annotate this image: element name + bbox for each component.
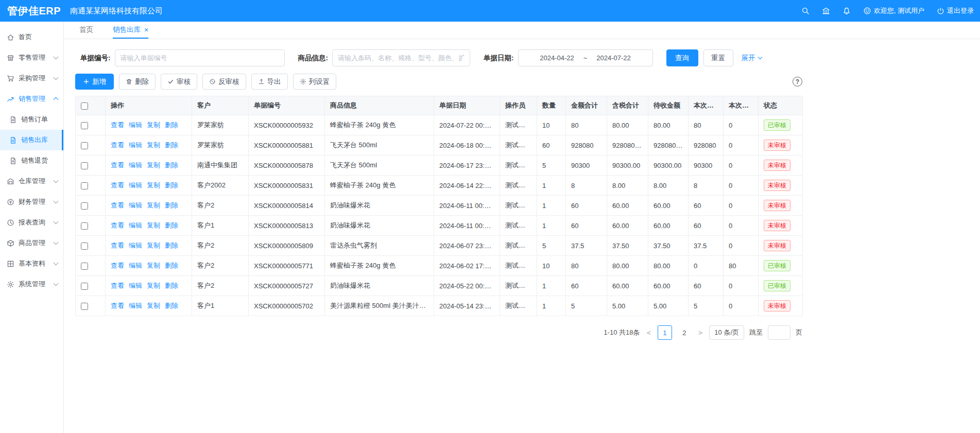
home-nav-icon[interactable]: [822, 7, 830, 15]
unaudit-button[interactable]: 反审核: [202, 74, 246, 90]
reset-button[interactable]: 重置: [703, 49, 733, 66]
row-action-编辑[interactable]: 编辑: [129, 241, 142, 249]
row-action-编辑[interactable]: 编辑: [129, 181, 142, 189]
search-button[interactable]: 查询: [666, 49, 698, 66]
row-action-查看[interactable]: 查看: [111, 161, 124, 169]
amount-cell: 80: [566, 256, 607, 276]
row-action-删除[interactable]: 删除: [165, 282, 178, 289]
welcome-user[interactable]: 欢迎您, 测试用户: [863, 6, 924, 15]
search-icon[interactable]: [801, 7, 810, 15]
export-button[interactable]: 导出: [251, 74, 288, 90]
next-page-icon[interactable]: >: [697, 328, 704, 337]
row-action-查看[interactable]: 查看: [111, 241, 124, 249]
row-action-编辑[interactable]: 编辑: [129, 262, 142, 269]
sidebar-subitem-销售出库[interactable]: 销售出库: [0, 130, 63, 150]
row-action-删除[interactable]: 删除: [165, 141, 178, 149]
row-action-编辑[interactable]: 编辑: [129, 221, 142, 229]
tab-home[interactable]: 首页: [79, 22, 93, 39]
add-button[interactable]: 新增: [75, 74, 114, 90]
row-action-复制[interactable]: 复制: [147, 201, 160, 209]
row-action-复制[interactable]: 复制: [147, 262, 160, 269]
row-action-删除[interactable]: 删除: [165, 181, 178, 189]
date-end[interactable]: 2024-07-22: [596, 54, 631, 62]
logout-button[interactable]: 退出登录: [937, 6, 974, 15]
sidebar-item-仓库管理[interactable]: 仓库管理: [0, 171, 63, 192]
sidebar-item-财务管理[interactable]: 财务管理: [0, 192, 63, 212]
row-checkbox[interactable]: [81, 122, 88, 129]
row-action-复制[interactable]: 复制: [147, 221, 160, 229]
date-start[interactable]: 2024-04-22: [540, 54, 574, 62]
sidebar-item-首页[interactable]: 首页: [0, 27, 63, 47]
date-range-picker[interactable]: 2024-04-22 ~ 2024-07-22: [518, 49, 653, 66]
row-action-删除[interactable]: 删除: [165, 241, 178, 249]
page-button-2[interactable]: 2: [677, 325, 692, 340]
product-info-input[interactable]: [332, 49, 470, 66]
expand-link[interactable]: 展开: [742, 54, 762, 63]
close-icon[interactable]: ×: [144, 26, 148, 33]
select-all-checkbox[interactable]: [81, 102, 88, 110]
sidebar-item-销售管理[interactable]: 销售管理: [0, 89, 63, 109]
audit-button[interactable]: 审核: [161, 74, 197, 90]
row-action-复制[interactable]: 复制: [147, 141, 160, 149]
receivable-cell: 90300.00: [648, 155, 689, 176]
row-action-复制[interactable]: 复制: [147, 121, 160, 129]
doc-no-input[interactable]: [115, 49, 285, 66]
row-action-删除[interactable]: 删除: [165, 161, 178, 169]
row-action-复制[interactable]: 复制: [147, 282, 160, 289]
row-action-删除[interactable]: 删除: [165, 302, 178, 309]
column-settings-button[interactable]: 列设置: [293, 74, 337, 90]
help-icon[interactable]: ?: [793, 77, 802, 86]
row-action-删除[interactable]: 删除: [165, 121, 178, 129]
row-checkbox[interactable]: [81, 142, 88, 149]
export-label: 导出: [267, 77, 281, 86]
row-action-查看[interactable]: 查看: [111, 181, 124, 189]
sidebar-item-基本资料[interactable]: 基本资料: [0, 253, 63, 274]
sidebar-item-商品管理[interactable]: 商品管理: [0, 233, 63, 253]
data-table: 操作客户单据编号商品信息单据日期操作员数量金额合计含税合计待收金额本次收款本次欠…: [75, 96, 803, 316]
row-action-复制[interactable]: 复制: [147, 181, 160, 189]
sidebar-item-系统管理[interactable]: 系统管理: [0, 274, 63, 295]
row-checkbox[interactable]: [81, 283, 88, 290]
row-action-复制[interactable]: 复制: [147, 241, 160, 249]
sidebar-item-报表查询[interactable]: 报表查询: [0, 212, 63, 233]
sidebar-item-零售管理[interactable]: 零售管理: [0, 47, 63, 68]
row-action-查看[interactable]: 查看: [111, 282, 124, 289]
row-action-删除[interactable]: 删除: [165, 201, 178, 209]
row-checkbox[interactable]: [81, 182, 88, 189]
row-action-查看[interactable]: 查看: [111, 141, 124, 149]
row-action-编辑[interactable]: 编辑: [129, 121, 142, 129]
amount-cell: 928080: [566, 135, 607, 155]
row-action-编辑[interactable]: 编辑: [129, 161, 142, 169]
row-action-查看[interactable]: 查看: [111, 201, 124, 209]
row-checkbox[interactable]: [81, 303, 88, 310]
notification-bell-icon[interactable]: [843, 7, 851, 15]
sidebar-subitem-销售退货[interactable]: 销售退货: [0, 150, 63, 171]
row-action-编辑[interactable]: 编辑: [129, 141, 142, 149]
row-action-查看[interactable]: 查看: [111, 262, 124, 269]
jump-page-input[interactable]: [768, 325, 790, 340]
row-checkbox[interactable]: [81, 222, 88, 230]
page-button-1[interactable]: 1: [658, 325, 672, 340]
main-area: 首页 销售出库 × 单据编号: 商品信息: 单据日期: 2024-04-22: [64, 22, 980, 433]
row-action-删除[interactable]: 删除: [165, 262, 178, 269]
delete-button[interactable]: 删除: [119, 74, 156, 90]
qty-cell: 10: [537, 115, 566, 135]
row-action-复制[interactable]: 复制: [147, 302, 160, 309]
page-size-select[interactable]: 10 条/页: [709, 325, 744, 340]
row-checkbox[interactable]: [81, 243, 88, 250]
row-action-编辑[interactable]: 编辑: [129, 201, 142, 209]
row-action-复制[interactable]: 复制: [147, 161, 160, 169]
sidebar-subitem-销售订单[interactable]: 销售订单: [0, 109, 63, 130]
prev-page-icon[interactable]: <: [645, 328, 652, 337]
row-checkbox[interactable]: [81, 263, 88, 270]
tab-sales-outbound[interactable]: 销售出库 ×: [113, 22, 148, 39]
row-action-查看[interactable]: 查看: [111, 221, 124, 229]
row-action-编辑[interactable]: 编辑: [129, 302, 142, 309]
row-checkbox[interactable]: [81, 202, 88, 210]
row-action-查看[interactable]: 查看: [111, 121, 124, 129]
row-checkbox[interactable]: [81, 162, 88, 169]
row-action-删除[interactable]: 删除: [165, 221, 178, 229]
row-action-查看[interactable]: 查看: [111, 302, 124, 309]
row-action-编辑[interactable]: 编辑: [129, 282, 142, 289]
sidebar-item-采购管理[interactable]: 采购管理: [0, 68, 63, 89]
